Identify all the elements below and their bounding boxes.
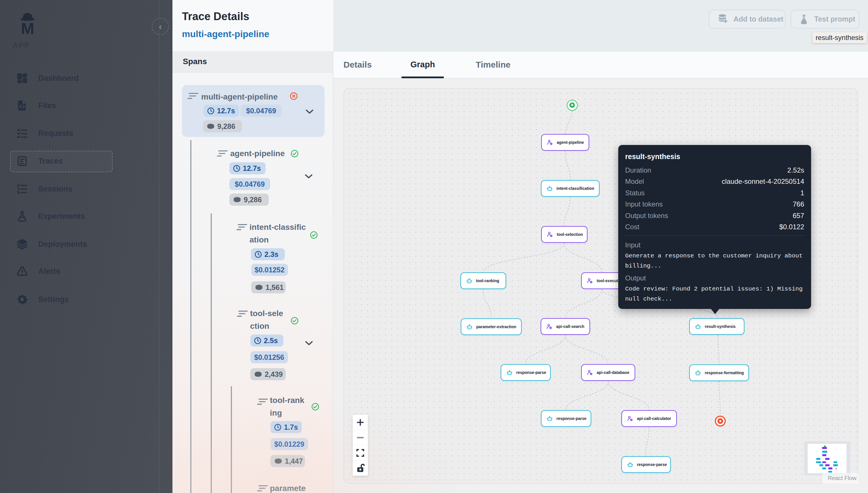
svg-text:M: M (21, 19, 35, 35)
